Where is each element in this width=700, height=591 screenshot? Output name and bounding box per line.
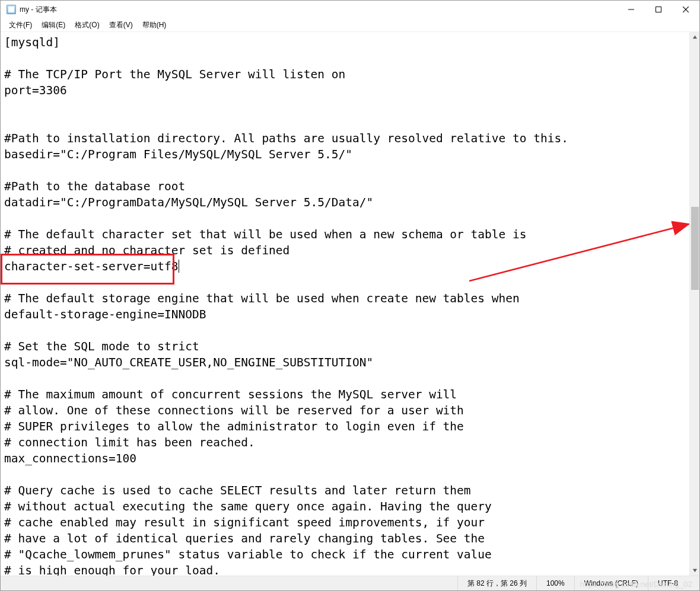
window-title: my - 记事本 <box>20 5 57 15</box>
menu-file[interactable]: 文件(F) <box>4 19 37 31</box>
scroll-down-button[interactable] <box>690 566 699 576</box>
content-area: [mysqld] # The TCP/IP Port the MySQL Ser… <box>1 31 699 576</box>
menu-format[interactable]: 格式(O) <box>70 19 104 31</box>
notepad-app-icon <box>7 5 16 14</box>
status-zoom: 100% <box>537 576 575 590</box>
minimize-button[interactable] <box>618 1 645 18</box>
menu-bar: 文件(F) 编辑(E) 格式(O) 查看(V) 帮助(H) <box>1 18 699 31</box>
close-button[interactable] <box>672 1 699 18</box>
scrollbar-thumb[interactable] <box>691 207 699 290</box>
menu-help[interactable]: 帮助(H) <box>138 19 171 31</box>
menu-view[interactable]: 查看(V) <box>104 19 138 31</box>
status-spacer <box>1 576 458 590</box>
maximize-button[interactable] <box>645 1 672 18</box>
vertical-scrollbar[interactable] <box>689 32 699 576</box>
text-editor[interactable]: [mysqld] # The TCP/IP Port the MySQL Ser… <box>1 32 690 576</box>
notepad-window: my - 记事本 文件(F) 编辑(E) 格式(O) 查看(V) 帮助(H) [… <box>0 0 700 591</box>
watermark-text: https://blog.csdn.net/Darling_02 <box>580 580 692 589</box>
svg-rect-1 <box>656 7 661 12</box>
svg-rect-0 <box>628 9 634 10</box>
annotation-red-box <box>1 254 174 285</box>
status-position: 第 82 行，第 26 列 <box>458 576 537 590</box>
title-bar[interactable]: my - 记事本 <box>1 1 699 18</box>
scroll-up-button[interactable] <box>690 32 699 42</box>
text-caret <box>179 260 179 273</box>
window-controls <box>618 1 699 18</box>
menu-edit[interactable]: 编辑(E) <box>37 19 70 31</box>
